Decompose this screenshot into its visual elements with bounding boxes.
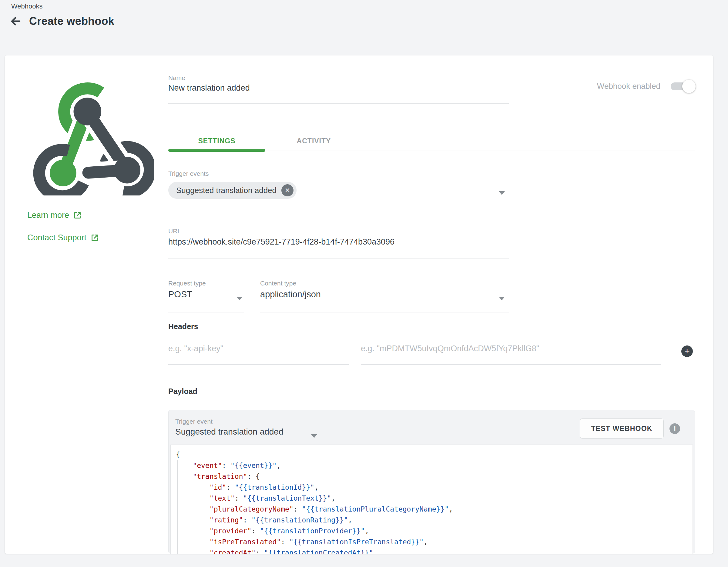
name-input[interactable]: [168, 83, 508, 93]
payload-panel: Trigger event Suggested translation adde…: [168, 410, 695, 554]
content-type-caret-icon[interactable]: [499, 297, 505, 300]
external-link-icon: [91, 234, 99, 242]
contact-support-link[interactable]: Contact Support: [27, 233, 99, 243]
content-type-label: Content type: [260, 280, 296, 287]
payload-title: Payload: [168, 387, 197, 396]
header-value-input[interactable]: [361, 344, 659, 353]
content-type-select[interactable]: application/json: [260, 289, 321, 299]
headers-title: Headers: [168, 322, 198, 331]
payload-code: { "event": "{{event}}", "translation": {…: [171, 445, 693, 554]
trigger-events-label: Trigger events: [168, 170, 209, 177]
webhook-enabled-row: Webhook enabled: [597, 82, 694, 91]
tab-activity[interactable]: ACTIVITY: [265, 132, 362, 150]
page-title: Create webhook: [29, 15, 114, 28]
url-label: URL: [168, 228, 181, 235]
header-key-underline: [168, 364, 349, 365]
payload-trigger-event-caret-icon[interactable]: [311, 434, 317, 438]
tab-bar: SETTINGS ACTIVITY: [168, 132, 695, 152]
trigger-events-caret-icon[interactable]: [499, 191, 505, 195]
external-link-icon: [73, 211, 82, 220]
request-type-label: Request type: [168, 280, 206, 287]
header-key-input[interactable]: [168, 344, 347, 353]
payload-code-block[interactable]: { "event": "{{event}}", "translation": {…: [170, 444, 693, 554]
back-arrow-icon[interactable]: [9, 15, 22, 28]
contact-support-label: Contact Support: [27, 233, 86, 243]
url-underline: [168, 259, 509, 259]
webhook-enabled-toggle[interactable]: [671, 82, 694, 90]
toggle-knob: [682, 80, 696, 93]
breadcrumb: Webhooks: [11, 2, 43, 10]
trigger-event-chip: Suggested translation added ✕: [168, 182, 297, 199]
request-type-caret-icon[interactable]: [237, 297, 243, 300]
payload-trigger-event-label: Trigger event: [175, 418, 213, 425]
header-value-underline: [361, 364, 661, 365]
chip-label: Suggested translation added: [176, 186, 277, 195]
tab-settings[interactable]: SETTINGS: [168, 132, 265, 150]
titlebar: Create webhook: [9, 15, 114, 28]
create-webhook-page: Webhooks Create webhook: [0, 0, 728, 567]
add-header-button[interactable]: +: [681, 345, 693, 357]
request-type-underline: [168, 312, 244, 312]
webhook-enabled-label: Webhook enabled: [597, 82, 660, 91]
url-input[interactable]: [168, 237, 508, 247]
test-webhook-button[interactable]: TEST WEBHOOK: [580, 418, 664, 438]
learn-more-label: Learn more: [27, 211, 69, 220]
request-type-select[interactable]: POST: [168, 289, 192, 299]
chip-remove-icon[interactable]: ✕: [281, 184, 294, 196]
webhook-card: Learn more Contact Support Name Webhook …: [5, 55, 713, 554]
payload-trigger-event-select[interactable]: Suggested translation added: [175, 427, 283, 437]
webhook-logo: [24, 71, 154, 196]
active-tab-indicator: [168, 149, 265, 152]
name-label: Name: [168, 74, 185, 82]
trigger-events-underline: [168, 207, 509, 207]
name-underline: [168, 103, 509, 104]
learn-more-link[interactable]: Learn more: [27, 211, 82, 220]
info-icon[interactable]: i: [669, 423, 680, 434]
content-type-underline: [260, 312, 509, 312]
